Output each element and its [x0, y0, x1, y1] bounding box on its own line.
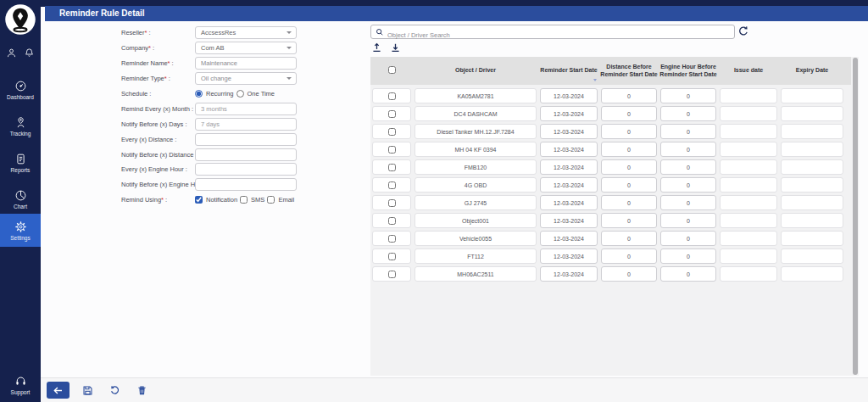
- reminder-name-input[interactable]: [195, 57, 297, 70]
- reminder-rule-detail-page: Reminder Rule Detail Dashboard: [0, 0, 868, 402]
- distance-before-field[interactable]: 0: [601, 177, 657, 193]
- save-button[interactable]: [78, 382, 97, 399]
- distance-before-field[interactable]: 0: [601, 142, 657, 157]
- object-driver-cell: Vehicle0055: [415, 231, 537, 246]
- sidebar-item-label: Settings: [10, 235, 31, 241]
- remind-sms-checkbox[interactable]: [240, 196, 248, 204]
- search-input[interactable]: [371, 29, 734, 42]
- engine-hour-before-field[interactable]: 0: [660, 124, 716, 139]
- column-header-issue-date[interactable]: Issue date: [718, 67, 779, 74]
- table-row: MH06AC2511 12-03-2024 0 0: [370, 265, 851, 283]
- reminder-start-date-field[interactable]: 12-03-2024: [540, 177, 598, 193]
- row-select-checkbox[interactable]: [388, 128, 396, 136]
- reseller-select[interactable]: AccsessRes: [195, 26, 297, 39]
- distance-before-field[interactable]: 0: [601, 88, 657, 103]
- reminder-start-date-field[interactable]: 12-03-2024: [540, 195, 598, 210]
- reminder-start-date-field[interactable]: 12-03-2024: [540, 106, 598, 121]
- notify-before-days-input[interactable]: [195, 118, 297, 131]
- delete-button[interactable]: [132, 382, 151, 399]
- issue-date-cell: [720, 159, 777, 175]
- dashboard-gauge-icon: [14, 80, 27, 92]
- column-header-engine-hour-before[interactable]: Engine Hour Before Reminder Start Date: [659, 64, 718, 78]
- sidebar-item-tracking[interactable]: Tracking: [0, 111, 41, 141]
- row-select-checkbox[interactable]: [388, 199, 396, 207]
- schedule-one-time-radio[interactable]: [236, 90, 244, 98]
- user-icon[interactable]: [6, 47, 17, 59]
- row-checkbox-cell: [372, 142, 411, 157]
- distance-before-field[interactable]: 0: [601, 213, 657, 228]
- row-select-checkbox[interactable]: [388, 110, 396, 118]
- every-distance-input[interactable]: [195, 133, 297, 146]
- object-driver-cell: FMB120: [415, 159, 537, 175]
- reminder-type-select[interactable]: Oil change: [195, 72, 297, 85]
- engine-hour-before-field[interactable]: 0: [660, 213, 716, 228]
- notify-before-distance-input[interactable]: [195, 148, 297, 161]
- row-select-checkbox[interactable]: [388, 235, 396, 243]
- column-header-expiry-date[interactable]: Expiry Date: [779, 67, 845, 74]
- sidebar-item-settings[interactable]: Settings: [0, 214, 41, 247]
- row-select-checkbox[interactable]: [388, 92, 396, 100]
- every-engine-hour-input[interactable]: [195, 163, 297, 176]
- expiry-date-cell: [781, 159, 843, 175]
- engine-hour-before-field[interactable]: 0: [660, 177, 716, 193]
- row-select-checkbox[interactable]: [388, 217, 396, 225]
- select-all-checkbox[interactable]: [388, 66, 396, 74]
- column-header-object-driver[interactable]: Object / Driver: [413, 67, 538, 74]
- column-header-distance-before[interactable]: Distance Before Reminder Start Date: [599, 64, 659, 78]
- reminder-start-date-field[interactable]: 12-03-2024: [540, 213, 598, 228]
- row-select-checkbox[interactable]: [388, 271, 396, 278]
- row-select-checkbox[interactable]: [388, 253, 396, 260]
- reminder-start-date-field[interactable]: 12-03-2024: [540, 266, 598, 282]
- engine-hour-before-field[interactable]: 0: [660, 142, 716, 157]
- distance-before-field[interactable]: 0: [601, 195, 657, 210]
- sidebar-item-support[interactable]: Support: [0, 370, 41, 399]
- app-logo: [4, 3, 36, 36]
- reminder-start-date-field[interactable]: 12-03-2024: [540, 159, 598, 175]
- distance-before-field[interactable]: 0: [601, 106, 657, 121]
- distance-before-field[interactable]: 0: [601, 124, 657, 139]
- table-row: Object001 12-03-2024 0 0: [370, 212, 851, 230]
- reminder-start-date-field[interactable]: 12-03-2024: [540, 124, 598, 139]
- expiry-date-cell: [781, 231, 843, 246]
- reminder-start-date-field[interactable]: 12-03-2024: [540, 88, 598, 103]
- search-icon: [376, 28, 384, 36]
- upload-icon[interactable]: [371, 42, 382, 53]
- sidebar-item-reports[interactable]: Reports: [0, 148, 41, 177]
- download-icon[interactable]: [390, 42, 401, 53]
- column-header-reminder-start-date[interactable]: Reminder Start Date: [538, 67, 599, 74]
- table-row: GJ 2745 12-03-2024 0 0: [370, 194, 851, 212]
- reminder-start-date-field[interactable]: 12-03-2024: [540, 231, 598, 246]
- schedule-recurring-radio[interactable]: [195, 90, 203, 98]
- sidebar-item-dashboard[interactable]: Dashboard: [0, 75, 41, 104]
- notifications-bell-icon[interactable]: [24, 47, 35, 59]
- reminder-start-date-field[interactable]: 12-03-2024: [540, 142, 598, 157]
- row-select-checkbox[interactable]: [388, 146, 396, 154]
- reset-button[interactable]: [105, 382, 124, 399]
- object-driver-cell: Object001: [415, 213, 537, 228]
- object-driver-cell: Diesel Tanker MH.12.JF.7284: [415, 124, 537, 139]
- row-checkbox-cell: [372, 177, 411, 193]
- row-select-checkbox[interactable]: [388, 164, 396, 171]
- distance-before-field[interactable]: 0: [601, 231, 657, 246]
- reminder-start-date-field[interactable]: 12-03-2024: [540, 248, 598, 264]
- remind-every-month-input[interactable]: [195, 103, 297, 115]
- sidebar-item-chart[interactable]: Chart: [0, 184, 41, 214]
- engine-hour-before-field[interactable]: 0: [660, 266, 716, 282]
- notify-before-engine-hour-input[interactable]: [195, 178, 297, 191]
- engine-hour-before-field[interactable]: 0: [660, 159, 716, 175]
- table-scrollbar[interactable]: [853, 58, 858, 375]
- row-select-checkbox[interactable]: [388, 181, 396, 189]
- distance-before-field[interactable]: 0: [601, 159, 657, 175]
- back-button[interactable]: [47, 382, 70, 399]
- remind-email-checkbox[interactable]: [267, 196, 275, 204]
- remind-notification-checkbox[interactable]: [195, 196, 203, 204]
- company-select[interactable]: Com AB: [195, 42, 297, 54]
- distance-before-field[interactable]: 0: [601, 266, 657, 282]
- engine-hour-before-field[interactable]: 0: [660, 248, 716, 264]
- engine-hour-before-field[interactable]: 0: [660, 231, 716, 246]
- distance-before-field[interactable]: 0: [601, 248, 657, 264]
- engine-hour-before-field[interactable]: 0: [660, 106, 716, 121]
- refresh-icon[interactable]: [737, 25, 749, 37]
- engine-hour-before-field[interactable]: 0: [660, 195, 716, 210]
- engine-hour-before-field[interactable]: 0: [660, 88, 716, 103]
